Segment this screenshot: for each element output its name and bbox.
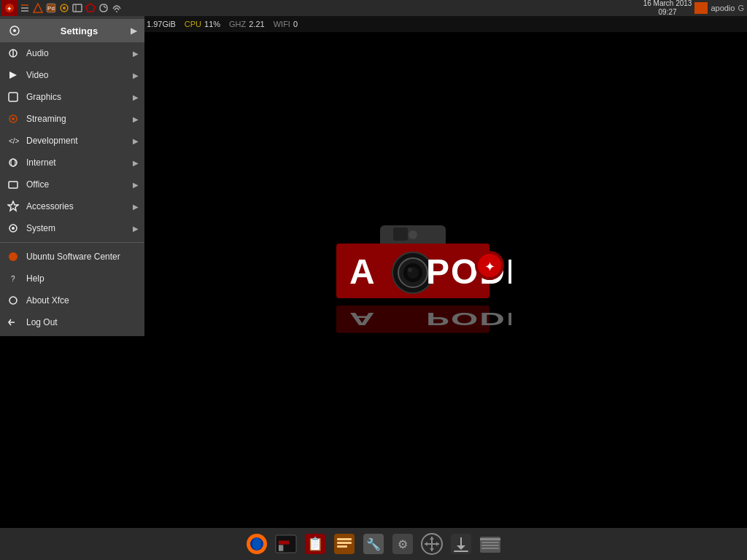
menu-item-log-out[interactable]: Log Out: [0, 311, 144, 333]
profile-label: apodio: [711, 4, 735, 12]
dock-download[interactable]: [448, 531, 474, 557]
settings-icon: [7, 23, 22, 38]
video-icon: [6, 68, 20, 82]
svg-text:✦: ✦: [484, 260, 495, 274]
menu-item-accessories[interactable]: Accessories ▶: [0, 195, 144, 217]
streaming-arrow: ▶: [133, 115, 139, 123]
menu-item-internet[interactable]: Internet ▶: [0, 152, 144, 174]
internet-icon: [6, 155, 20, 170]
menu-item-graphics[interactable]: Graphics ▶: [0, 86, 144, 108]
taskbar-right-section: 16 March 2013 09:27 apodio G: [643, 0, 747, 17]
svg-marker-5: [34, 4, 42, 12]
svg-point-17: [409, 230, 417, 239]
svg-marker-44: [8, 201, 18, 211]
svg-point-42: [11, 159, 15, 166]
menu-settings-header[interactable]: Settings ▶: [0, 19, 144, 42]
svg-text:█▌: █▌: [278, 545, 285, 551]
development-arrow: ▶: [133, 137, 139, 145]
dock-app3[interactable]: 🔧: [360, 531, 387, 557]
svg-rect-81: [481, 548, 499, 549]
svg-text:A: A: [349, 309, 376, 329]
audio-icon: [6, 46, 20, 61]
app-menu-icon: ✦: [4, 3, 15, 13]
tray-icon-2[interactable]: [32, 2, 44, 14]
ghz-value: 2.21: [249, 20, 264, 28]
internet-label: Internet: [26, 158, 133, 168]
dock-app1[interactable]: 📋: [302, 531, 328, 557]
menu-item-help[interactable]: ? Help: [0, 268, 144, 289]
svg-text:▦▦▦: ▦▦▦: [279, 539, 290, 545]
audio-label: Audio: [26, 48, 133, 58]
svg-rect-10: [73, 4, 82, 12]
graphics-label: Graphics: [26, 92, 133, 102]
system-label: System: [26, 223, 133, 233]
svg-point-14: [116, 11, 117, 12]
tray-icon-6[interactable]: [85, 2, 96, 14]
svg-marker-12: [86, 4, 95, 12]
g-button[interactable]: G: [738, 4, 744, 12]
log-out-label: Log Out: [26, 317, 139, 327]
dock-filemanager[interactable]: [477, 531, 503, 557]
svg-point-46: [12, 227, 15, 230]
svg-text:📋: 📋: [307, 536, 324, 552]
streaming-label: Streaming: [26, 114, 133, 124]
graphics-arrow: ▶: [133, 93, 139, 101]
development-icon: </>: [6, 133, 20, 148]
accessories-label: Accessories: [26, 201, 133, 211]
datetime-display[interactable]: 16 March 2013 09:27: [643, 0, 692, 17]
streaming-icon: [6, 112, 20, 126]
svg-rect-47: [9, 252, 18, 261]
svg-marker-72: [436, 542, 439, 546]
tray-icon-5[interactable]: [71, 2, 83, 14]
wifi-value: 0: [293, 20, 298, 28]
svg-point-24: [408, 268, 412, 272]
tray-icon-8[interactable]: [111, 2, 123, 14]
workspace-indicator[interactable]: [694, 2, 708, 14]
dock-firefox[interactable]: [244, 531, 270, 557]
dock-center[interactable]: [419, 531, 445, 557]
svg-line-13: [104, 6, 106, 8]
svg-text:🔧: 🔧: [366, 537, 381, 551]
help-icon: ?: [6, 271, 20, 286]
system-arrow: ▶: [133, 225, 139, 233]
taskbar-top: ✦ Pd: [0, 0, 747, 16]
menu-item-audio[interactable]: Audio ▶: [0, 42, 144, 64]
menu-item-office[interactable]: Office ▶: [0, 174, 144, 195]
svg-rect-43: [9, 182, 18, 188]
menu-item-development[interactable]: </> Development ▶: [0, 130, 144, 152]
svg-rect-78: [480, 538, 500, 540]
tray-icon-1[interactable]: [19, 2, 31, 14]
ubuntu-software-center-icon: [6, 249, 20, 264]
menu-item-streaming[interactable]: Streaming ▶: [0, 108, 144, 130]
menu-item-ubuntu-software-center[interactable]: Ubuntu Software Center: [0, 246, 144, 268]
video-label: Video: [26, 70, 133, 80]
about-xfce-label: About Xfce: [26, 295, 139, 306]
svg-point-9: [63, 7, 66, 9]
audio-arrow: ▶: [133, 50, 139, 58]
time-label: 09:27: [643, 8, 692, 17]
ghz-label: GHZ: [229, 20, 246, 28]
graphics-icon: [6, 90, 20, 104]
system-icon: [6, 221, 20, 236]
apodio-logo-svg: A PODIO ✦ A PODIO: [314, 222, 511, 338]
cpu-label: CPU: [185, 20, 201, 28]
office-label: Office: [26, 179, 133, 190]
svg-rect-76: [454, 551, 468, 552]
date-label: 16 March 2013: [643, 0, 692, 8]
about-xfce-icon: [6, 293, 20, 308]
tray-icon-4[interactable]: [58, 2, 70, 14]
svg-point-39: [12, 117, 15, 120]
menu-item-about-xfce[interactable]: About Xfce: [0, 289, 144, 311]
dock-settings[interactable]: ⚙: [390, 531, 416, 557]
dock-terminal[interactable]: ▦▦▦ █▌: [273, 531, 299, 557]
svg-marker-71: [425, 542, 427, 546]
svg-rect-60: [337, 542, 352, 544]
tray-icon-3[interactable]: Pd: [45, 2, 57, 14]
svg-rect-61: [337, 545, 347, 548]
dock-app2[interactable]: [331, 531, 357, 557]
tray-icon-7[interactable]: [98, 2, 109, 14]
app-menu-button[interactable]: ✦: [1, 0, 18, 16]
menu-item-system[interactable]: System ▶: [0, 217, 144, 239]
help-label: Help: [26, 273, 139, 284]
menu-item-video[interactable]: Video ▶: [0, 64, 144, 86]
